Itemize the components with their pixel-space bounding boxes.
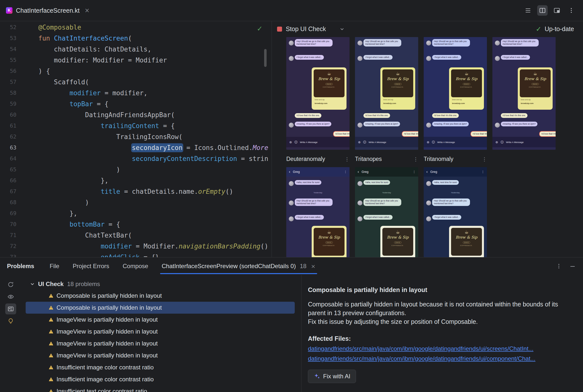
more-vertical-icon[interactable]	[566, 5, 576, 16]
code-line[interactable]: 65 )	[0, 164, 271, 175]
line-number[interactable]: 61	[0, 120, 17, 131]
problem-item[interactable]: Composable is partially hidden in layout	[26, 290, 295, 302]
file-tab-title: ChatInterfaceScreen.kt	[16, 7, 80, 14]
affected-file-link[interactable]: datingandfriends/src/main/java/com/ibm/g…	[308, 355, 573, 362]
preview-menu-icon[interactable]: ⋮	[345, 156, 350, 162]
line-number[interactable]: 70	[0, 219, 17, 230]
editor-layout-icon[interactable]	[552, 5, 562, 16]
avatar	[289, 40, 294, 46]
close-tab-icon[interactable]: ×	[311, 263, 316, 270]
code-text: Scaffold(	[17, 76, 89, 88]
fix-with-ai-button[interactable]: Fix with AI	[308, 370, 356, 383]
preview-card[interactable]: ‹Greg⋮Haha, next time for sure!Yesterday…	[286, 167, 350, 257]
chevron-down-icon[interactable]	[339, 26, 345, 32]
editor-scrollbar[interactable]	[264, 49, 267, 67]
tab-uicheck-preview[interactable]: ChatInterfaceScreenPreview (sortedChatDe…	[162, 263, 316, 270]
code-line[interactable]: 59 topBar = {	[0, 98, 271, 110]
line-number[interactable]: 67	[0, 186, 17, 197]
code-line[interactable]: 55 modifier: Modifier = Modifier	[0, 55, 271, 66]
chat-bubble: I'd love that! It's this one.	[364, 113, 390, 118]
line-number[interactable]: 55	[0, 55, 17, 66]
code-line[interactable]: 67 title = chatDetails.name.orEmpty()	[0, 186, 271, 197]
contact-name: Greg	[362, 170, 368, 174]
problem-item[interactable]: ImageView is partially hidden in layout	[26, 314, 295, 326]
close-tab-icon[interactable]: ×	[85, 7, 90, 14]
minimize-icon[interactable]	[567, 261, 577, 271]
preview-menu-icon[interactable]: ⋮	[482, 156, 487, 162]
line-number[interactable]: 69	[0, 208, 17, 219]
preview-card[interactable]: Hey! Should we go to that cafe you menti…	[355, 37, 418, 150]
line-number[interactable]: 58	[0, 88, 17, 98]
details-view-icon[interactable]	[5, 304, 16, 314]
code-line[interactable]: 60 DatingAndFriendsAppBar(	[0, 110, 271, 120]
line-number[interactable]: 62	[0, 131, 17, 142]
code-line[interactable]: 58 modifier = modifier,	[0, 88, 271, 98]
chat-bubble: Amazing, I'll see you there at 2pm?	[364, 122, 400, 126]
code-line[interactable]: 61 trailingContent = {	[0, 120, 271, 131]
line-number[interactable]: 60	[0, 110, 17, 120]
code-line[interactable]: 70 bottomBar = {	[0, 219, 271, 230]
line-number[interactable]: 59	[0, 98, 17, 110]
code-line[interactable]: 71 ChatTextBar(	[0, 230, 271, 241]
avatar	[426, 122, 431, 128]
line-number[interactable]: 63	[0, 142, 17, 153]
problem-item[interactable]: ImageView is partially hidden in layout	[26, 350, 295, 362]
code-line[interactable]: 52@Composable	[0, 22, 271, 33]
line-number[interactable]: 71	[0, 230, 17, 241]
line-number[interactable]: 65	[0, 164, 17, 175]
code-editor[interactable]: 52@Composable53fun ChatInterfaceScreen(5…	[0, 21, 272, 257]
code-line[interactable]: 64 secondaryContentDescription = strin	[0, 153, 271, 164]
variant-name: Tritanopes	[355, 156, 382, 162]
structure-icon[interactable]	[523, 5, 533, 16]
code-line[interactable]: 72 modifier = Modifier.navigationBarsPad…	[0, 241, 271, 252]
code-line[interactable]: 63 secondaryIcon = Icons.Outlined.More	[0, 142, 271, 153]
chat-bubble: Amazing, I'll see you there at 2pm?	[295, 122, 331, 126]
problem-item[interactable]: Composable is partially hidden in layout	[26, 302, 295, 314]
preview-card[interactable]: ‹Greg⋮Haha, next time for sure!Yesterday…	[355, 167, 418, 257]
preview-card[interactable]: Hey! Should we go to that cafe you menti…	[424, 37, 487, 150]
code-line[interactable]: 73 onAddClick = {}	[0, 252, 271, 257]
code-line[interactable]: 62 TrailingIconsRow(	[0, 131, 271, 142]
line-number[interactable]: 53	[0, 33, 17, 44]
more-vertical-icon[interactable]	[554, 261, 564, 271]
code-line[interactable]: 54 chatDetails: ChatDetails,	[0, 44, 271, 55]
line-number[interactable]: 64	[0, 153, 17, 164]
problem-item[interactable]: Insufficient image color contrast ratio	[26, 373, 295, 385]
preview-card[interactable]: Hey! Should we go to that cafe you menti…	[492, 37, 556, 150]
line-number[interactable]: 72	[0, 241, 17, 252]
tab-compose[interactable]: Compose	[123, 263, 148, 270]
line-number[interactable]: 57	[0, 76, 17, 88]
line-number[interactable]: 52	[0, 22, 17, 33]
refresh-icon[interactable]	[5, 279, 16, 290]
file-tab[interactable]: K ChatInterfaceScreen.kt ×	[0, 0, 96, 21]
line-number[interactable]: 66	[0, 175, 17, 186]
chat-bubble: Hey! Should we go to that cafe you menti…	[432, 39, 470, 46]
code-line[interactable]: 66 },	[0, 175, 271, 186]
eye-icon[interactable]	[5, 291, 16, 302]
lightbulb-icon[interactable]	[5, 316, 16, 326]
line-number[interactable]: 73	[0, 252, 17, 257]
preview-card[interactable]: ‹Greg⋮Haha, next time for sure!Yesterday…	[424, 167, 487, 257]
chat-bubble: Amazing, I'll see you there at 2pm?	[432, 122, 469, 126]
line-number[interactable]: 68	[0, 197, 17, 208]
code-line[interactable]: 69 },	[0, 208, 271, 219]
code-line[interactable]: 56) {	[0, 66, 271, 76]
code-line[interactable]: 68 )	[0, 197, 271, 208]
code-line[interactable]: 57 Scaffold(	[0, 76, 271, 88]
problem-group-row[interactable]: UI Check 18 problems	[21, 278, 301, 290]
code-text: title = chatDetails.name.orEmpty()	[17, 186, 233, 197]
tab-project-errors[interactable]: Project Errors	[73, 263, 109, 270]
preview-menu-icon[interactable]: ⋮	[413, 156, 418, 162]
problem-item[interactable]: ImageView is partially hidden in layout	[26, 338, 295, 350]
problem-item[interactable]: ImageView is partially hidden in layout	[26, 326, 295, 338]
problem-item[interactable]: Insufficient image color contrast ratio	[26, 362, 295, 373]
line-number[interactable]: 56	[0, 66, 17, 76]
line-number[interactable]: 54	[0, 44, 17, 55]
affected-file-link[interactable]: datingandfriends/src/main/java/com/ibm/g…	[308, 345, 573, 352]
problem-item[interactable]: Insufficient text color contrast ratio	[26, 385, 295, 392]
tab-file[interactable]: File	[50, 263, 59, 270]
split-editor-icon[interactable]	[537, 5, 548, 16]
preview-card[interactable]: Hey! Should we go to that cafe you menti…	[286, 37, 350, 150]
stop-ui-check-button[interactable]: Stop UI Check	[277, 25, 326, 32]
code-line[interactable]: 53fun ChatInterfaceScreen(	[0, 33, 271, 44]
